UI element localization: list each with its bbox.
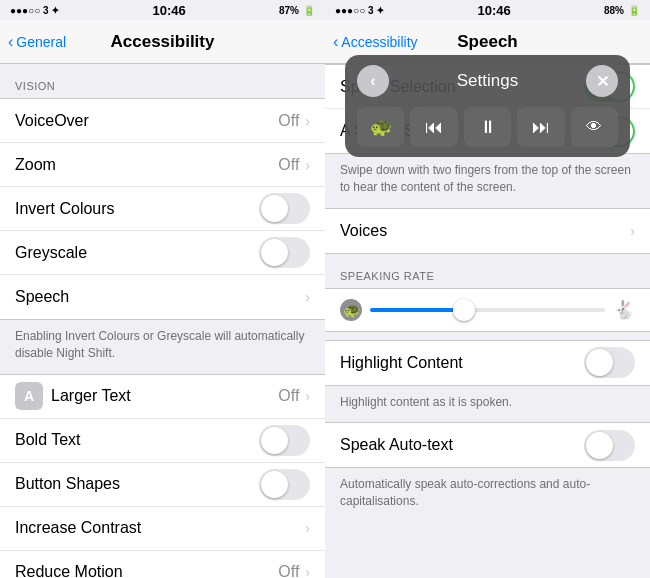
reduce-motion-value: Off	[278, 563, 299, 578]
status-right-right: 88% 🔋	[604, 5, 640, 16]
voiceover-chevron: ›	[305, 113, 310, 129]
float-pause-icon: ⏸	[479, 117, 497, 138]
back-label-left: General	[16, 34, 66, 50]
time-left: 10:46	[153, 3, 186, 18]
speaking-rate-section: 🐢 🐇	[325, 288, 650, 332]
highlight-note: Highlight content as it is spoken.	[325, 386, 650, 423]
right-panel: ●●●○○ 3 ✦ 10:46 88% 🔋 ‹ Accessibility Sp…	[325, 0, 650, 578]
larger-text-chevron: ›	[305, 388, 310, 404]
rate-slider-container: 🐢 🐇	[340, 299, 635, 321]
float-eye-button[interactable]: 👁	[571, 107, 618, 147]
float-back-icon: ‹	[370, 72, 375, 90]
highlight-group: Highlight Content	[325, 340, 650, 386]
speak-auto-text-label: Speak Auto-text	[340, 436, 584, 454]
vision-header: VISION	[0, 64, 325, 98]
highlight-content-thumb	[586, 349, 613, 376]
invert-note: Enabling Invert Colours or Greyscale wil…	[0, 320, 325, 374]
voiceover-label: VoiceOver	[15, 112, 278, 130]
vision-group: VoiceOver Off › Zoom Off › Invert Colour…	[0, 98, 325, 320]
increase-contrast-chevron: ›	[305, 520, 310, 536]
float-pause-button[interactable]: ⏸	[464, 107, 511, 147]
float-header: ‹ Settings ✕	[357, 65, 618, 97]
float-rewind-icon: ⏮	[425, 117, 443, 138]
left-panel: ●●●○○ 3 ✦ 10:46 87% 🔋 ‹ General Accessib…	[0, 0, 325, 578]
button-shapes-thumb	[261, 471, 288, 498]
back-label-right: Accessibility	[341, 34, 417, 50]
settings-list-left: VISION VoiceOver Off › Zoom Off › Invert…	[0, 64, 325, 578]
status-bar-left: ●●●○○ 3 ✦ 10:46 87% 🔋	[0, 0, 325, 20]
bold-text-item[interactable]: Bold Text	[0, 419, 325, 463]
larger-text-icon-btn: A	[15, 382, 43, 410]
floating-settings-panel: ‹ Settings ✕ 🐢 ⏮ ⏸ ⏭ 👁	[345, 55, 630, 157]
greyscale-thumb	[261, 239, 288, 266]
bold-text-toggle[interactable]	[259, 425, 310, 456]
float-back-button[interactable]: ‹	[357, 65, 389, 97]
larger-text-label: Larger Text	[51, 387, 278, 405]
voiceover-value: Off	[278, 112, 299, 130]
float-title: Settings	[457, 71, 518, 91]
status-left: ●●●○○ 3 ✦	[10, 5, 59, 16]
button-shapes-label: Button Shapes	[15, 475, 259, 493]
rate-slider-thumb	[453, 299, 475, 321]
reduce-motion-label: Reduce Motion	[15, 563, 278, 578]
nav-bar-left: ‹ General Accessibility	[0, 20, 325, 64]
highlight-content-toggle[interactable]	[584, 347, 635, 378]
speak-auto-group: Speak Auto-text	[325, 422, 650, 468]
larger-text-value: Off	[278, 387, 299, 405]
highlight-content-label: Highlight Content	[340, 354, 584, 372]
bold-text-label: Bold Text	[15, 431, 259, 449]
greyscale-toggle[interactable]	[259, 237, 310, 268]
float-fastforward-button[interactable]: ⏭	[517, 107, 564, 147]
zoom-label: Zoom	[15, 156, 278, 174]
voiceover-item[interactable]: VoiceOver Off ›	[0, 99, 325, 143]
greyscale-item[interactable]: Greyscale	[0, 231, 325, 275]
float-fastforward-icon: ⏭	[532, 117, 550, 138]
nav-title-left: Accessibility	[111, 32, 215, 52]
zoom-item[interactable]: Zoom Off ›	[0, 143, 325, 187]
highlight-content-item[interactable]: Highlight Content	[325, 341, 650, 385]
larger-text-item[interactable]: A Larger Text Off ›	[0, 375, 325, 419]
invert-colours-toggle[interactable]	[259, 193, 310, 224]
button-shapes-toggle[interactable]	[259, 469, 310, 500]
button-shapes-item[interactable]: Button Shapes	[0, 463, 325, 507]
float-eye-icon: 👁	[586, 118, 602, 136]
float-rewind-button[interactable]: ⏮	[410, 107, 457, 147]
back-chevron-left: ‹	[8, 34, 13, 50]
zoom-chevron: ›	[305, 157, 310, 173]
float-close-button[interactable]: ✕	[586, 65, 618, 97]
speech-chevron: ›	[305, 289, 310, 305]
invert-colours-item[interactable]: Invert Colours	[0, 187, 325, 231]
back-button-left[interactable]: ‹ General	[8, 34, 66, 50]
reduce-motion-item[interactable]: Reduce Motion Off ›	[0, 551, 325, 578]
larger-text-icon: A	[24, 388, 34, 404]
rate-slider-fill	[370, 308, 464, 312]
back-button-right[interactable]: ‹ Accessibility	[333, 34, 418, 50]
time-right: 10:46	[478, 3, 511, 18]
increase-contrast-item[interactable]: Increase Contrast ›	[0, 507, 325, 551]
battery-icon-left: 🔋	[303, 5, 315, 16]
status-left-right: ●●●○○ 3 ✦	[335, 5, 384, 16]
float-turtle-button[interactable]: 🐢	[357, 107, 404, 147]
carrier-left: ●●●○○ 3 ✦	[10, 5, 59, 16]
voices-item[interactable]: Voices ›	[325, 209, 650, 253]
float-controls: 🐢 ⏮ ⏸ ⏭ 👁	[357, 107, 618, 147]
status-right-left: 87% 🔋	[279, 5, 315, 16]
speak-auto-text-thumb	[586, 432, 613, 459]
zoom-value: Off	[278, 156, 299, 174]
battery-right: 88%	[604, 5, 624, 16]
status-bar-right: ●●●○○ 3 ✦ 10:46 88% 🔋	[325, 0, 650, 20]
speech-item[interactable]: Speech ›	[0, 275, 325, 319]
float-turtle-icon: 🐢	[370, 116, 392, 138]
rate-slider-track[interactable]	[370, 308, 605, 312]
bold-text-thumb	[261, 427, 288, 454]
reduce-motion-chevron: ›	[305, 564, 310, 578]
speak-auto-text-item[interactable]: Speak Auto-text	[325, 423, 650, 467]
swipe-note: Swipe down with two fingers from the top…	[325, 154, 650, 208]
speaking-rate-header: SPEAKING RATE	[325, 254, 650, 288]
greyscale-label: Greyscale	[15, 244, 259, 262]
turtle-icon: 🐢	[340, 299, 362, 321]
battery-icon-right: 🔋	[628, 5, 640, 16]
carrier-right: ●●●○○ 3 ✦	[335, 5, 384, 16]
hare-icon: 🐇	[613, 299, 635, 321]
speak-auto-text-toggle[interactable]	[584, 430, 635, 461]
